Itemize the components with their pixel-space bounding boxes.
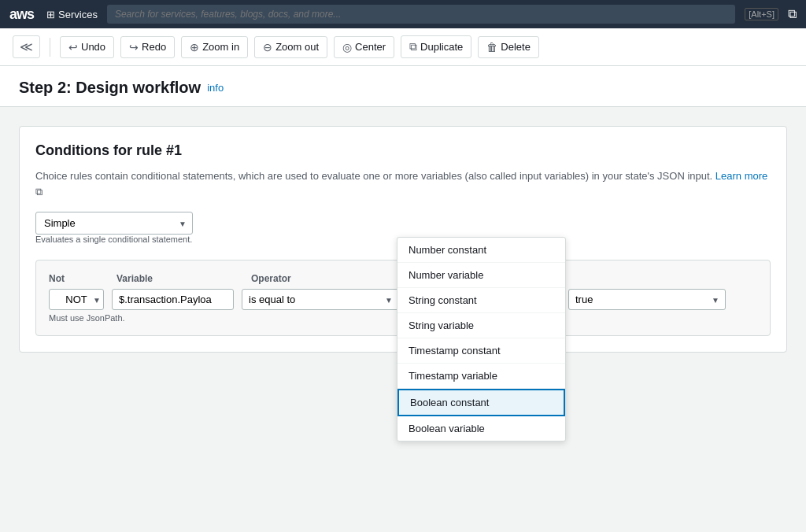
page-header: Step 2: Design workflow info [0, 66, 806, 107]
delete-button[interactable]: 🗑 Delete [478, 36, 539, 58]
step-label: Step 2: Design workflow [19, 79, 201, 97]
dropdown-item-label-6: Boolean constant [410, 397, 489, 408]
search-input[interactable] [107, 5, 735, 24]
toolbar-divider-1 [50, 38, 50, 57]
operator-select[interactable]: is equal to [242, 289, 399, 310]
not-column-label: Not [49, 273, 104, 284]
trash-icon: 🗑 [486, 41, 497, 54]
redo-button[interactable]: ↪ Redo [120, 36, 175, 58]
dropdown-item-string-variable[interactable]: String variable [397, 313, 565, 338]
conditions-title: Conditions for rule #1 [35, 142, 771, 159]
services-label: Services [58, 9, 98, 20]
center-label: Center [355, 41, 386, 53]
duplicate-icon: ⧉ [409, 40, 417, 54]
dropdown-menu: Number constant Number variable String c… [397, 237, 566, 441]
not-select[interactable]: NOT [49, 289, 104, 310]
external-link-icon: ⧉ [788, 7, 797, 21]
dropdown-item-label-0: Number constant [409, 244, 486, 256]
center-button[interactable]: ◎ Center [334, 36, 394, 58]
dropdown-item-label-3: String variable [409, 320, 474, 331]
delete-label: Delete [501, 41, 531, 53]
aws-logo: aws [9, 6, 34, 23]
info-link[interactable]: info [207, 82, 224, 94]
dropdown-item-timestamp-constant[interactable]: Timestamp constant [397, 338, 565, 364]
center-icon: ◎ [342, 41, 352, 54]
mode-desc: Evaluates a single conditional statement… [35, 235, 193, 244]
zoom-out-label: Zoom out [275, 41, 319, 53]
top-nav: aws ⊞ Services [Alt+S] ⧉ [0, 0, 806, 28]
toolbar: ≪ ↩ Undo ↪ Redo ⊕ Zoom in ⊖ Zoom out ◎ C… [0, 28, 806, 66]
zoom-out-button[interactable]: ⊖ Zoom out [254, 36, 327, 58]
duplicate-button[interactable]: ⧉ Duplicate [401, 35, 471, 58]
dropdown-item-timestamp-variable[interactable]: Timestamp variable [397, 364, 565, 389]
variable-column-label: Variable [116, 273, 238, 284]
external-link-icon-desc: ⧉ [35, 186, 43, 198]
redo-icon: ↪ [129, 41, 139, 54]
bool-value-select[interactable]: true false [568, 289, 726, 310]
services-nav[interactable]: ⊞ Services [46, 9, 98, 20]
grid-icon: ⊞ [46, 9, 55, 20]
dropdown-item-label-5: Timestamp variable [409, 370, 497, 382]
learn-more-link[interactable]: Learn more [715, 170, 767, 182]
dropdown-item-number-variable[interactable]: Number variable [397, 263, 565, 288]
variable-input[interactable] [112, 289, 234, 310]
undo-button[interactable]: ↩ Undo [60, 36, 114, 58]
operator-select-wrapper: is equal to [242, 289, 399, 310]
zoom-out-icon: ⊖ [263, 41, 272, 54]
not-select-wrapper: NOT [49, 289, 104, 310]
dropdown-item-label-1: Number variable [409, 269, 483, 281]
dropdown-item-label-4: Timestamp constant [409, 345, 501, 357]
dropdown-item-number-constant[interactable]: Number constant [397, 238, 565, 263]
dropdown-item-label-7: Boolean variable [409, 423, 485, 434]
mode-select[interactable]: Simple [35, 212, 193, 235]
dropdown-item-label-2: String constant [409, 294, 477, 306]
redo-label: Redo [142, 41, 166, 53]
main-content: Conditions for rule #1 Choice rules cont… [0, 107, 806, 371]
search-shortcut: [Alt+S] [745, 8, 778, 20]
dropdown-item-string-constant[interactable]: String constant [397, 288, 565, 313]
zoom-in-icon: ⊕ [190, 41, 199, 54]
dropdown-item-boolean-variable[interactable]: Boolean variable [397, 416, 565, 441]
zoom-in-button[interactable]: ⊕ Zoom in [181, 36, 248, 58]
operator-column-label: Operator [251, 273, 409, 284]
collapse-button[interactable]: ≪ [13, 35, 40, 58]
page-title: Step 2: Design workflow info [19, 79, 787, 97]
zoom-in-label: Zoom in [202, 41, 239, 53]
mode-select-container: Simple [35, 212, 193, 235]
dropdown-item-boolean-constant[interactable]: Boolean constant [397, 389, 565, 416]
duplicate-label: Duplicate [420, 41, 463, 53]
undo-icon: ↩ [68, 41, 78, 54]
mode-select-wrapper: Simple Evaluates a single conditional st… [35, 212, 193, 244]
bool-value-wrapper: true false [568, 289, 726, 310]
undo-label: Undo [81, 41, 105, 53]
conditions-desc-text: Choice rules contain conditional stateme… [35, 170, 715, 182]
conditions-desc: Choice rules contain conditional stateme… [35, 168, 771, 199]
